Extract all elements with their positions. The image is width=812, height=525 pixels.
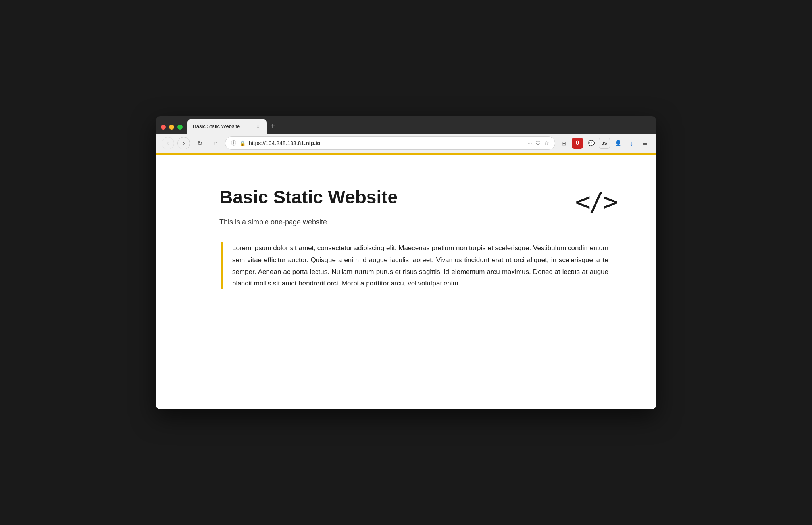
blockquote-section: Lorem ipsum dolor sit amet, consectetur … — [221, 242, 608, 289]
title-bar: Basic Static Website × + — [156, 116, 656, 134]
toolbar-icons: ⊞ Ü 💬 JS 👤 ↓ ≡ — [558, 138, 650, 149]
address-bar[interactable]: ⓘ 🔒 https://104.248.133.81.nip.io ··· 🛡 … — [225, 136, 555, 150]
blockquote-text: Lorem ipsum dolor sit amet, consectetur … — [232, 242, 608, 289]
tab-close-button[interactable]: × — [255, 123, 261, 130]
reload-icon: ↻ — [197, 140, 202, 147]
ublock-icon[interactable]: Ü — [572, 138, 583, 149]
nav-bar: ‹ › ↻ ⌂ ⓘ 🔒 https://104.248.133.81.nip.i… — [156, 134, 656, 153]
menu-icon[interactable]: ≡ — [639, 138, 650, 149]
browser-window: Basic Static Website × + ‹ › ↻ ⌂ ⓘ 🔒 htt… — [156, 116, 656, 409]
download-icon[interactable]: ↓ — [626, 138, 637, 149]
maximize-dot[interactable] — [177, 125, 183, 130]
home-button[interactable]: ⌂ — [209, 137, 222, 149]
js-icon[interactable]: JS — [599, 138, 610, 149]
grid-icon[interactable]: ⊞ — [558, 138, 570, 149]
address-extra-icons: ··· 🛡 ☆ — [527, 140, 549, 146]
reload-button[interactable]: ↻ — [193, 137, 206, 149]
bookmark-star-icon[interactable]: ☆ — [544, 140, 549, 146]
more-options-icon[interactable]: ··· — [527, 140, 532, 146]
url-text: https://104.248.133.81.nip.io — [249, 140, 524, 146]
active-tab[interactable]: Basic Static Website × — [187, 119, 267, 134]
forward-button[interactable]: › — [177, 137, 190, 149]
close-dot[interactable] — [161, 125, 166, 130]
new-tab-button[interactable]: + — [267, 122, 279, 134]
chat-bubble-icon[interactable]: 💬 — [585, 138, 596, 149]
tabs-area: Basic Static Website × + — [187, 119, 651, 134]
page-subtitle: This is a simple one-page website. — [219, 218, 608, 226]
page-title: Basic Static Website — [219, 187, 608, 207]
back-button[interactable]: ‹ — [162, 137, 174, 149]
tab-label: Basic Static Website — [193, 123, 251, 129]
minimize-dot[interactable] — [169, 125, 174, 130]
shield-address-icon: 🛡 — [535, 140, 541, 146]
home-icon: ⌂ — [214, 140, 217, 147]
info-icon: ⓘ — [231, 140, 236, 147]
lock-icon: 🔒 — [239, 140, 246, 146]
window-controls — [161, 125, 183, 134]
webpage-content: Basic Static Website This is a simple on… — [156, 155, 656, 409]
forward-icon: › — [183, 140, 185, 147]
code-icon: </> — [575, 187, 616, 217]
back-icon: ‹ — [167, 140, 169, 147]
user-account-icon[interactable]: 👤 — [612, 138, 623, 149]
